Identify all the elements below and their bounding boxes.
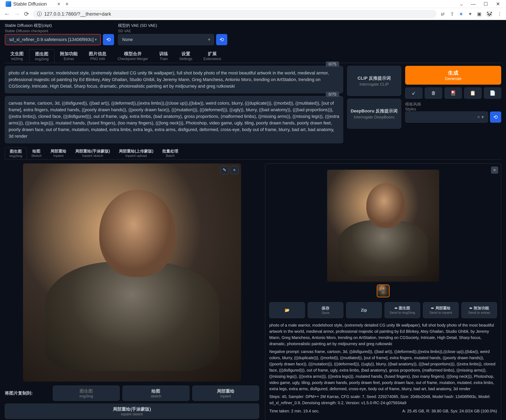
- panel-icon[interactable]: ▣: [477, 11, 482, 17]
- tab-settings[interactable]: 设置Settings: [174, 49, 198, 63]
- window-minimize-icon[interactable]: —: [471, 1, 476, 7]
- copy-inpaint-button[interactable]: 局部重绘inpaint: [192, 386, 259, 401]
- copy-to-label: 将图片复制到:: [5, 390, 49, 396]
- tab-train[interactable]: 训练Train: [154, 49, 174, 63]
- sub-tabs: 图生图img2img 绘图Sketch 局部重绘Inpaint 局部重绘(手涂蒙…: [5, 147, 501, 160]
- share-icon[interactable]: ⇪: [450, 11, 454, 17]
- styles-refresh-button[interactable]: ⟲: [490, 112, 501, 123]
- result-panel: × 📂 保存Save Zip ➨ 图生图Send to img2img ➨ 局部…: [265, 163, 501, 420]
- browser-titlebar: Stable Diffusion × + ⌵ — ☐ ✕: [0, 0, 506, 8]
- new-tab-button[interactable]: +: [65, 0, 69, 7]
- checkpoint-dropdown[interactable]: sd_xl_refiner_0.9.safetensors [13406f993…: [5, 34, 101, 45]
- edit-image-icon[interactable]: ✎: [220, 166, 229, 174]
- favicon: [6, 1, 11, 7]
- result-neg-text: Negative prompt: canvas frame, cartoon, …: [269, 349, 497, 392]
- site-info-icon[interactable]: ⓘ: [37, 11, 42, 17]
- window-expand-icon[interactable]: ⌵: [460, 1, 463, 7]
- tab-pnginfo[interactable]: 图片信息PNG Info: [83, 49, 112, 63]
- nav-reload-icon[interactable]: ⟳: [24, 10, 29, 17]
- send-inpaint-button[interactable]: ➨ 局部重绘Send to inpaint: [423, 302, 459, 318]
- browser-tab[interactable]: Stable Diffusion ×: [2, 0, 62, 8]
- window-close-icon[interactable]: ✕: [496, 1, 500, 7]
- styles-label-en: Styles: [405, 107, 501, 112]
- result-image[interactable]: [327, 170, 439, 282]
- result-close-icon[interactable]: ×: [491, 167, 498, 174]
- tab-img2img[interactable]: 图生图img2img: [29, 49, 54, 63]
- arrow-tool-button[interactable]: ↙: [405, 87, 422, 99]
- prompt-counter: 0/75: [326, 61, 339, 67]
- send-extras-button[interactable]: ➨ 附加功能Send to extras: [461, 302, 497, 318]
- tab-extras[interactable]: 附加功能Extras: [54, 49, 83, 63]
- vae-label-en: SD VAE: [118, 29, 227, 33]
- checkpoint-label-en: Stable Diffusion checkpoint: [5, 29, 114, 33]
- checkpoint-label-cn: Stable Diffusion 模型(ckpt): [5, 23, 114, 28]
- trash-tool-button[interactable]: 🗑: [425, 87, 442, 99]
- prompt-textarea[interactable]: photo of a male warrior, modelshoot styl…: [5, 66, 343, 93]
- translate-icon[interactable]: 🝳: [440, 11, 445, 17]
- send-img2img-button[interactable]: ➨ 图生图Send to img2img: [385, 302, 420, 318]
- window-maximize-icon[interactable]: ☐: [484, 1, 488, 7]
- checkpoint-refresh-button[interactable]: ⟲: [103, 34, 114, 45]
- interrogate-deepbooru-button[interactable]: DeepBooru 反推提示词 Interrogate DeepBooru: [347, 99, 401, 129]
- result-thumbnail[interactable]: [377, 285, 390, 297]
- memory-text: A: 25.45 GB, R: 38.80 GB, Sys: 24.0/24 G…: [402, 409, 497, 413]
- nav-forward-icon: →: [14, 11, 20, 17]
- interrogate-clip-button[interactable]: CLIP 反推提示词 Interrogate CLIP: [347, 66, 401, 96]
- save-button[interactable]: 保存Save: [308, 302, 343, 318]
- subtab-batch[interactable]: 批量处理Batch: [158, 147, 183, 159]
- tab-txt2img[interactable]: 文生图txt2img: [5, 49, 29, 63]
- url-bar[interactable]: ⓘ 127.0.0.1:7860/?__theme=dark: [33, 10, 437, 18]
- subtab-img2img[interactable]: 图生图img2img: [5, 147, 27, 159]
- tab-extensions[interactable]: 扩展Extensions: [198, 49, 227, 63]
- time-taken-text: Time taken: 2 min. 19.4 sec.: [269, 409, 319, 413]
- tab-merger[interactable]: 模型合并Checkpoint Merger: [112, 49, 154, 63]
- styles-dropdown[interactable]: × ▾: [405, 112, 488, 123]
- open-folder-button[interactable]: 📂: [269, 302, 305, 318]
- styles-label-cn: 模板风格: [405, 101, 501, 107]
- tab-close-icon[interactable]: ×: [57, 1, 60, 7]
- subtab-inpaint-sketch[interactable]: 局部重绘(手涂蒙版)Inpaint sketch: [71, 147, 114, 159]
- vae-refresh-button[interactable]: ⟲: [216, 34, 227, 45]
- nav-back-icon[interactable]: ←: [4, 11, 10, 17]
- extensions-icon[interactable]: ✦: [468, 11, 472, 17]
- palette-tool-button[interactable]: 🎴: [445, 87, 462, 99]
- browser-navbar: ← → ⟳ ⓘ 127.0.0.1:7860/?__theme=dark 🝳 ⇪…: [0, 8, 506, 20]
- subtab-inpaint[interactable]: 局部重绘Inpaint: [46, 147, 71, 159]
- subtab-inpaint-upload[interactable]: 局部重绘(上传蒙版)Inpaint upload: [114, 147, 158, 159]
- result-params-text: Steps: 40, Sampler: DPM++ 2M Karras, CFG…: [269, 393, 497, 406]
- clipboard-tool-button[interactable]: 📋: [464, 87, 481, 99]
- profile-icon[interactable]: 🐼: [486, 11, 493, 17]
- menu-icon[interactable]: ⋮: [497, 11, 502, 17]
- main-tabs: 文生图txt2img 图生图img2img 附加功能Extras 图片信息PNG…: [5, 49, 501, 63]
- copy-img2img-button: 图生图img2img: [53, 386, 120, 401]
- input-image[interactable]: ✎ ×: [23, 163, 241, 382]
- copy-sketch-button[interactable]: 绘图sketch: [122, 386, 189, 401]
- url-text: 127.0.0.1:7860/?__theme=dark: [44, 11, 111, 17]
- result-prompt-text: photo of a male warrior, modelshoot styl…: [269, 322, 497, 347]
- neg-prompt-counter: 0/75: [326, 92, 339, 97]
- copy-inpaint-sketch-button[interactable]: 局部重绘(手涂蒙版)inpaint sketch: [5, 404, 259, 419]
- tab-title: Stable Diffusion: [13, 1, 47, 7]
- vae-label-cn: 模型的 VAE (SD VAE): [118, 23, 227, 28]
- neg-prompt-textarea[interactable]: canvas frame, cartoon, 3d, ((disfigured)…: [5, 96, 343, 143]
- file-tool-button[interactable]: 📄: [484, 87, 501, 99]
- zip-button[interactable]: Zip: [346, 302, 382, 318]
- bookmark-icon[interactable]: ★: [459, 11, 463, 17]
- remove-image-icon[interactable]: ×: [230, 166, 239, 174]
- subtab-sketch[interactable]: 绘图Sketch: [27, 147, 46, 159]
- generate-button[interactable]: 生成 Generate: [405, 66, 501, 85]
- vae-dropdown[interactable]: None: [118, 34, 214, 45]
